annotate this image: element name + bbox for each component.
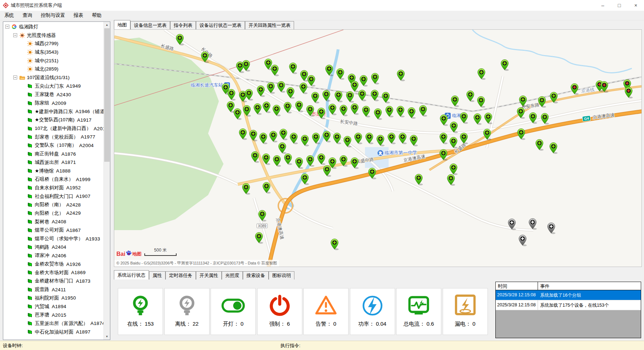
device-marker[interactable] <box>271 65 279 76</box>
device-marker[interactable] <box>269 131 278 142</box>
tree-item-4[interactable]: 城中(2151) <box>3 57 104 65</box>
tree-item-11[interactable]: ★交警队西(107南)A1917 <box>3 116 104 125</box>
tree-item-29[interactable]: 金桥大市场对面A1869 <box>3 268 104 277</box>
device-marker[interactable] <box>466 91 475 102</box>
device-marker-offline[interactable] <box>547 223 556 234</box>
tab-main-1[interactable]: 设备信息一览表 <box>130 21 170 29</box>
device-marker[interactable] <box>333 133 341 144</box>
device-marker[interactable] <box>538 96 546 108</box>
tree-item-2[interactable]: 城西(2799) <box>3 39 104 48</box>
device-marker[interactable] <box>289 63 297 74</box>
device-marker[interactable] <box>410 135 418 146</box>
tab-bottom-2[interactable]: 定时器任务 <box>165 271 196 279</box>
device-marker[interactable] <box>371 90 379 101</box>
tree-item-5[interactable]: 城北(2859) <box>3 65 104 73</box>
tree-scrollbar[interactable]: ▲ ▼ <box>104 22 110 340</box>
tree-item-30[interactable]: 金桥建材市场门口A1873 <box>3 277 104 286</box>
device-marker[interactable] <box>354 133 362 144</box>
device-marker[interactable] <box>306 155 314 167</box>
device-marker[interactable] <box>176 34 184 45</box>
tree-item-7[interactable]: 五尖山大门东A1949 <box>3 82 104 91</box>
tab-bottom-3[interactable]: 开关属性 <box>196 271 222 279</box>
device-marker[interactable] <box>474 113 482 125</box>
device-marker[interactable] <box>362 106 370 117</box>
tree-item-31[interactable]: 观音路A2411 <box>3 285 104 294</box>
device-marker[interactable] <box>371 73 379 84</box>
device-marker[interactable] <box>365 133 374 144</box>
device-marker[interactable] <box>301 135 309 146</box>
device-marker[interactable] <box>249 130 258 141</box>
tab-bottom-1[interactable]: 属性 <box>149 271 165 279</box>
expand-toggle[interactable]: − <box>13 33 17 37</box>
device-marker[interactable] <box>388 133 396 144</box>
device-marker[interactable] <box>287 87 295 99</box>
baidu-logo[interactable]: Bai 地图 <box>116 250 141 257</box>
menu-item-3[interactable]: 报表 <box>69 11 88 20</box>
device-marker-alert[interactable] <box>571 83 579 95</box>
tree-item-18[interactable]: 石咀桥（自来水）A1999 <box>3 175 104 184</box>
device-marker[interactable] <box>273 155 281 167</box>
device-marker[interactable] <box>284 154 292 165</box>
tab-bottom-4[interactable]: 光照度 <box>222 271 243 279</box>
device-marker[interactable] <box>374 108 382 120</box>
device-marker[interactable] <box>242 183 250 195</box>
device-marker[interactable] <box>517 128 525 140</box>
device-marker[interactable] <box>351 103 359 115</box>
scroll-up-icon[interactable]: ▲ <box>104 22 110 28</box>
tree-item-0[interactable]: −临湘路灯 <box>3 23 104 31</box>
device-marker-alert[interactable] <box>600 81 609 93</box>
device-marker[interactable] <box>323 165 331 177</box>
tree-item-12[interactable]: 107北（建新中路路口西）A2014 <box>3 124 104 133</box>
device-marker[interactable] <box>325 65 333 76</box>
device-marker[interactable] <box>243 105 251 117</box>
device-marker-offline[interactable] <box>519 235 527 246</box>
device-marker[interactable] <box>258 210 266 222</box>
tree-item-26[interactable]: 鸿鹤路A2404 <box>3 243 104 252</box>
device-marker[interactable] <box>312 133 320 144</box>
device-marker[interactable] <box>335 91 343 102</box>
event-log-header-time[interactable]: 时间 <box>496 282 538 290</box>
minimize-button[interactable]: – <box>595 0 611 11</box>
device-marker[interactable] <box>317 108 326 119</box>
device-marker[interactable] <box>227 89 236 101</box>
tree-item-35[interactable]: 五里派出所（富源汽配）A1874 <box>3 319 104 328</box>
device-marker[interactable] <box>340 155 348 167</box>
tab-main-4[interactable]: 开关回路属性一览表 <box>245 21 294 29</box>
device-marker[interactable] <box>440 115 448 126</box>
device-marker[interactable] <box>328 104 337 115</box>
device-marker[interactable] <box>242 60 250 72</box>
device-marker[interactable] <box>439 149 448 161</box>
device-marker[interactable] <box>517 107 525 119</box>
device-marker[interactable] <box>501 59 509 71</box>
scrollbar-thumb[interactable] <box>104 28 110 162</box>
event-row-0[interactable]: 2025/3/28 12:15:08系统加载了16个分组 <box>496 290 641 300</box>
device-marker[interactable] <box>382 92 390 103</box>
device-marker[interactable] <box>259 133 268 144</box>
device-marker[interactable] <box>343 136 352 147</box>
device-marker[interactable] <box>529 112 537 124</box>
tree-item-16[interactable]: 城西派出所A1871 <box>3 158 104 167</box>
tree-item-22[interactable]: 向阳桥（北）A2429 <box>3 209 104 218</box>
scroll-down-icon[interactable]: ▼ <box>104 334 110 340</box>
device-marker[interactable] <box>278 142 287 154</box>
device-marker[interactable] <box>251 151 259 163</box>
menu-item-2[interactable]: 控制与设置 <box>37 11 69 20</box>
device-marker[interactable] <box>477 96 485 108</box>
tab-bottom-0[interactable]: 系统运行状态 <box>114 270 149 279</box>
device-marker[interactable] <box>376 135 385 146</box>
device-marker[interactable] <box>340 105 348 116</box>
tree-item-28[interactable]: 金桥农贸市场A1926 <box>3 260 104 268</box>
tab-main-2[interactable]: 指令列表 <box>170 21 196 29</box>
device-marker[interactable] <box>267 82 275 94</box>
device-marker[interactable] <box>368 168 376 179</box>
tree-item-32[interactable]: 福利院对面A1950 <box>3 294 104 302</box>
device-marker[interactable] <box>262 154 270 165</box>
device-marker[interactable] <box>351 157 359 169</box>
tree-item-20[interactable]: 社会福利院大门口A1907 <box>3 192 104 201</box>
close-button[interactable]: × <box>628 0 644 11</box>
device-marker[interactable] <box>263 182 271 194</box>
tree-item-13[interactable]: 彭家巷（党校后面）A1977 <box>3 133 104 141</box>
device-marker[interactable] <box>360 75 368 87</box>
device-marker[interactable] <box>307 75 316 87</box>
device-marker[interactable] <box>484 113 492 124</box>
